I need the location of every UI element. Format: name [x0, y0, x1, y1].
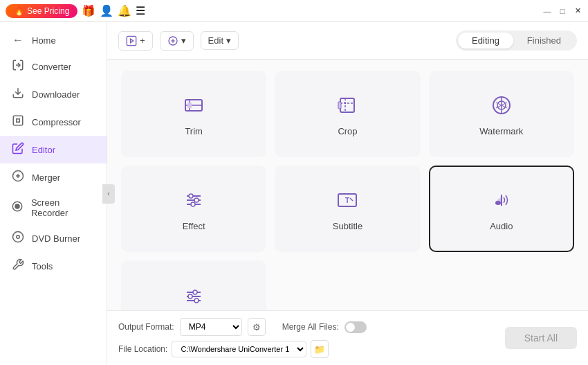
fire-icon: 🔥	[14, 6, 24, 16]
compressor-icon	[11, 114, 25, 130]
main-content: + ▾ Edit ▾ Editing Finished	[107, 22, 588, 365]
sidebar-item-editor[interactable]: Editor	[0, 136, 107, 163]
add-files-label: ▾	[181, 35, 186, 46]
sidebar-label-tools: Tools	[32, 261, 53, 271]
tools-icon	[11, 258, 25, 274]
tab-editing[interactable]: Editing	[458, 33, 513, 48]
add-video-button[interactable]: +	[118, 31, 153, 51]
merger-icon	[11, 170, 25, 185]
sidebar-label-screen-recorder: Screen Recorder	[31, 197, 95, 218]
tool-card-audio[interactable]: Audio	[429, 166, 574, 252]
svg-rect-0	[13, 116, 23, 125]
sidebar-collapse-button[interactable]: ‹	[102, 184, 115, 204]
tool-card-trim[interactable]: Trim	[121, 71, 266, 157]
svg-point-38	[188, 294, 192, 299]
svg-text:T: T	[345, 197, 349, 204]
home-icon: ←	[11, 34, 25, 46]
sidebar-label-converter: Converter	[32, 62, 71, 72]
edit-dropdown[interactable]: Edit ▾	[201, 31, 239, 50]
trim-label: Trim	[185, 126, 203, 136]
svg-point-27	[189, 194, 193, 198]
maximize-button[interactable]: □	[558, 6, 567, 16]
editor-icon	[11, 142, 25, 157]
browse-folder-button[interactable]: 📁	[311, 340, 329, 358]
sidebar-label-home: Home	[32, 35, 56, 46]
dropdown-arrow: ▾	[226, 35, 231, 46]
app-body: ← Home Converter Downloader Compressor	[0, 22, 588, 365]
effect-icon	[180, 186, 208, 214]
sidebar-item-dvd-burner[interactable]: DVD Burner	[0, 224, 107, 252]
svg-point-28	[194, 198, 199, 202]
format-settings-button[interactable]: ⚙	[248, 318, 266, 336]
sidebar-item-downloader[interactable]: Downloader	[0, 80, 107, 108]
dvd-burner-icon	[11, 231, 25, 246]
file-location-select[interactable]: C:\Wondershare UniConverter 1	[172, 341, 306, 357]
add-video-label: +	[140, 35, 145, 46]
sidebar-label-merger: Merger	[32, 172, 60, 183]
gift-icon[interactable]: 🎁	[82, 4, 95, 17]
merge-all-label: Merge All Files:	[282, 322, 339, 332]
minimize-button[interactable]: —	[542, 6, 552, 16]
crop-icon	[333, 91, 361, 119]
audio-icon	[488, 186, 515, 214]
sidebar-item-home[interactable]: ← Home	[0, 28, 107, 53]
tool-card-subtitle[interactable]: T Subtitle	[275, 166, 420, 252]
svg-point-5	[15, 204, 19, 208]
sidebar-item-screen-recorder[interactable]: Screen Recorder	[0, 191, 107, 224]
speed-icon	[180, 281, 208, 309]
sidebar-label-dvd-burner: DVD Burner	[32, 233, 80, 244]
subtitle-label: Subtitle	[333, 221, 362, 231]
edit-label: Edit	[208, 35, 223, 46]
trim-icon	[180, 91, 208, 119]
window-controls: — □ ✕	[542, 6, 582, 16]
svg-rect-20	[338, 102, 341, 109]
svg-point-29	[191, 202, 195, 206]
menu-icon[interactable]: ☰	[136, 4, 145, 17]
svg-rect-17	[340, 98, 354, 112]
bottom-bar: Output Format: MP4 MKV AVI MOV ⚙ Merge A…	[107, 310, 588, 365]
user-icon[interactable]: 👤	[100, 4, 113, 17]
title-bar: 🔥 See Pricing 🎁 👤 🔔 ☰ — □ ✕	[0, 0, 588, 22]
sidebar-label-downloader: Downloader	[32, 89, 80, 100]
effect-label: Effect	[183, 221, 205, 231]
start-all-button[interactable]: Start All	[505, 327, 577, 349]
editor-grid: Trim Crop	[107, 60, 588, 310]
merge-all-toggle[interactable]	[344, 321, 367, 333]
svg-point-32	[495, 201, 501, 205]
svg-rect-16	[187, 103, 192, 108]
title-bar-left: 🔥 See Pricing 🎁 👤 🔔 ☰	[6, 4, 145, 18]
see-pricing-button[interactable]: 🔥 See Pricing	[6, 4, 77, 18]
file-location-label: File Location:	[118, 344, 167, 354]
collapse-icon: ‹	[107, 190, 109, 197]
tool-card-effect[interactable]: Effect	[121, 166, 266, 252]
svg-point-37	[193, 290, 197, 294]
sidebar-item-converter[interactable]: Converter	[0, 53, 107, 80]
output-format-label: Output Format:	[118, 322, 174, 332]
bell-icon[interactable]: 🔔	[118, 4, 131, 17]
screen-recorder-icon	[11, 200, 24, 215]
sidebar-item-merger[interactable]: Merger	[0, 163, 107, 191]
output-format-select[interactable]: MP4 MKV AVI MOV	[180, 318, 242, 336]
audio-label: Audio	[490, 221, 513, 231]
toolbar: + ▾ Edit ▾ Editing Finished	[107, 22, 588, 60]
sidebar: ← Home Converter Downloader Compressor	[0, 22, 107, 365]
sidebar-label-compressor: Compressor	[32, 117, 81, 127]
converter-icon	[11, 59, 25, 74]
sidebar-item-tools[interactable]: Tools	[0, 252, 107, 280]
see-pricing-label: See Pricing	[27, 6, 69, 16]
tool-card-watermark[interactable]: Watermark	[429, 71, 574, 157]
add-files-button[interactable]: ▾	[160, 31, 194, 51]
close-button[interactable]: ✕	[573, 6, 582, 16]
tab-group: Editing Finished	[456, 30, 577, 51]
subtitle-icon: T	[333, 186, 361, 214]
sidebar-label-editor: Editor	[32, 145, 55, 155]
crop-label: Crop	[338, 126, 357, 136]
tab-finished[interactable]: Finished	[513, 33, 575, 48]
svg-point-39	[194, 299, 199, 303]
tool-card-crop[interactable]: Crop	[275, 71, 420, 157]
watermark-label: Watermark	[479, 126, 523, 136]
sidebar-item-compressor[interactable]: Compressor	[0, 108, 107, 136]
svg-point-7	[17, 235, 20, 239]
downloader-icon	[11, 87, 25, 102]
tool-card-speed[interactable]: Speed	[121, 260, 266, 310]
